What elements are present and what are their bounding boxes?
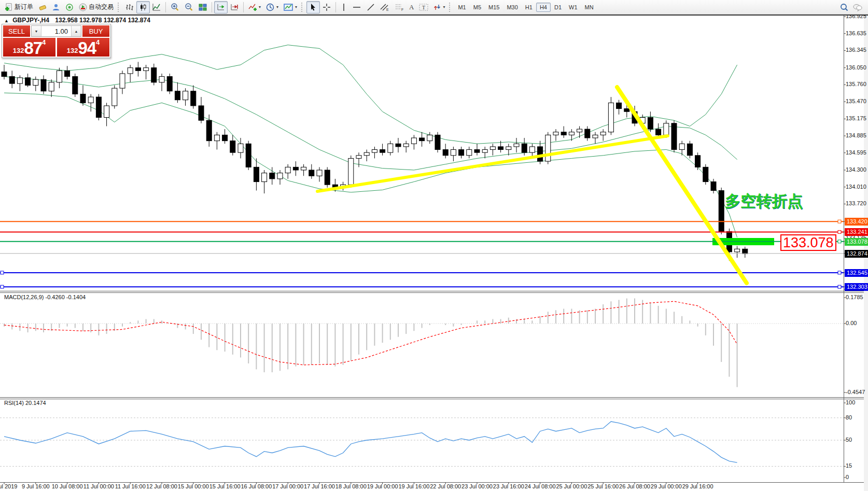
candlestick-series [2, 62, 748, 260]
sell-button[interactable]: SELL [3, 25, 30, 37]
profile-button[interactable] [49, 1, 63, 13]
vertical-line-icon [341, 3, 347, 11]
periods-button[interactable]: ▾ [263, 1, 281, 13]
dropdown-caret-icon: ▾ [259, 5, 261, 9]
toolbar: 新订单 自动交易 [0, 0, 868, 15]
candlestick-chart-button[interactable] [136, 1, 150, 13]
turning-point-annotation[interactable]: 多空转折点 [725, 191, 803, 212]
timeframe-button-m30[interactable]: M30 [503, 3, 521, 12]
macd-scale-label: -0.4547 [846, 389, 865, 395]
search-icon[interactable] [840, 3, 848, 11]
arrows-tool-button[interactable]: ▾ [431, 1, 447, 13]
buy-button[interactable]: BUY [82, 25, 109, 37]
volume-field[interactable]: 1.00 [41, 26, 71, 36]
indicators-button[interactable]: ▾ [246, 1, 263, 13]
line-chart-button[interactable] [150, 1, 163, 13]
sell-price-button[interactable]: 132 87 4 [3, 38, 55, 57]
chat-icon[interactable] [852, 3, 863, 11]
timeframe-button-w1[interactable]: W1 [565, 3, 581, 12]
rsi-line [4, 422, 737, 462]
timeframe-button-mn[interactable]: MN [581, 3, 597, 12]
price-tick-label: 134.885 [846, 132, 866, 138]
horizontal-line-tool-button[interactable] [349, 1, 364, 13]
timeframe-button-m5[interactable]: M5 [470, 3, 485, 12]
price-tick-label: 135.760 [846, 81, 866, 87]
line-handle [1, 285, 4, 288]
chart-shift-button[interactable] [228, 1, 241, 13]
trendline-tool-button[interactable] [364, 1, 377, 13]
time-axis-label: 23 Jul 00:00 [461, 483, 493, 489]
chart-shift-tool-button[interactable] [36, 1, 49, 13]
indicators-icon [248, 3, 257, 11]
signals-button[interactable] [63, 1, 76, 13]
bollinger-upper-band [4, 45, 737, 144]
bollinger-lower-band [4, 93, 737, 237]
zoom-out-button[interactable] [182, 1, 196, 13]
vertical-line-tool-button[interactable] [338, 1, 349, 13]
one-click-trading-panel: SELL ▼ 1.00 ▲ BUY 132 87 4 132 94 4 [2, 24, 111, 58]
price-tick-label: 136.635 [846, 30, 866, 36]
auto-trading-button[interactable]: 自动交易 [76, 1, 116, 13]
line-handle [838, 271, 841, 274]
toolbar-grip [301, 3, 305, 12]
auto-trading-label: 自动交易 [89, 3, 114, 11]
label-tool-button[interactable]: T [416, 1, 431, 13]
crosshair-icon [323, 3, 331, 11]
text-tool-button[interactable]: A [407, 1, 416, 13]
time-axis-label: 9 Jul 2019 [0, 483, 17, 489]
auto-trading-icon [79, 3, 87, 11]
fibonacci-tool-button[interactable]: F [392, 1, 407, 13]
timeframe-button-m1[interactable]: M1 [454, 3, 469, 12]
price-chart-canvas[interactable] [0, 0, 868, 491]
timeframe-button-d1[interactable]: D1 [551, 3, 565, 12]
timeframe-button-h4[interactable]: H4 [536, 3, 551, 12]
time-axis-label: 10 Jul 08:00 [52, 483, 83, 489]
price-line-label: 133.420 [845, 218, 868, 226]
mt4-window: 新订单 自动交易 [0, 0, 868, 491]
price-callout-box[interactable]: 133.078 [780, 234, 836, 251]
macd-scale-label: 0.00 [846, 320, 857, 326]
time-axis-label: 17 Jul 00:00 [272, 483, 303, 489]
bar-chart-button[interactable] [123, 1, 136, 13]
rsi-scale-label: 80 [846, 414, 852, 420]
buy-price-button[interactable]: 132 94 4 [57, 38, 109, 57]
cursor-icon [309, 3, 317, 11]
tile-windows-button[interactable] [196, 1, 209, 13]
rsi-indicator-label: RSI(14) 20.1474 [4, 400, 46, 406]
toolbar-separator [243, 2, 244, 12]
crosshair-tool-button[interactable] [320, 1, 333, 13]
signal-icon [65, 3, 74, 11]
price-tick-label: 134.595 [846, 149, 866, 156]
channel-tool-button[interactable]: E [377, 1, 392, 13]
timeframe-button-m15[interactable]: M15 [485, 3, 503, 12]
cursor-tool-button[interactable] [306, 1, 320, 13]
toolbar-separator [335, 2, 336, 12]
line-handle [838, 240, 841, 243]
new-order-button[interactable]: 新订单 [2, 1, 36, 13]
bar-chart-icon [125, 3, 134, 11]
zoom-in-button[interactable] [168, 1, 182, 13]
candlestick-chart-icon [139, 3, 147, 11]
eraser-icon [38, 3, 47, 11]
volume-increase-button[interactable]: ▲ [71, 26, 81, 36]
svg-text:F: F [401, 8, 403, 11]
collapse-panel-icon[interactable]: ▲ [4, 18, 9, 23]
macd-indicator-label: MACD(12,26,9) -0.4260 -0.1404 [4, 294, 86, 300]
volume-decrease-button[interactable]: ▼ [32, 26, 41, 36]
equidistant-channel-icon: E [380, 3, 389, 11]
timeframe-button-h1[interactable]: H1 [522, 3, 536, 12]
macd-signal-line [4, 301, 737, 365]
auto-scroll-button[interactable] [214, 1, 228, 13]
line-chart-icon [152, 3, 161, 11]
rsi-scale-label: 50 [846, 437, 852, 443]
time-axis-label: 25 Jul 00:00 [556, 483, 587, 489]
buy-price-big: 94 [78, 40, 96, 56]
price-line-label: 132.303 [845, 283, 868, 291]
toolbar-separator [165, 2, 166, 12]
price-tick-label: 134.300 [846, 166, 866, 173]
time-axis-label: 19 Jul 16:00 [398, 483, 429, 489]
price-line-label: 133.078 [845, 238, 868, 246]
symbol-title: GBPJPY-,H4 [12, 17, 49, 24]
templates-button[interactable]: ▾ [281, 1, 300, 13]
price-line-label: 132.545 [845, 269, 868, 277]
